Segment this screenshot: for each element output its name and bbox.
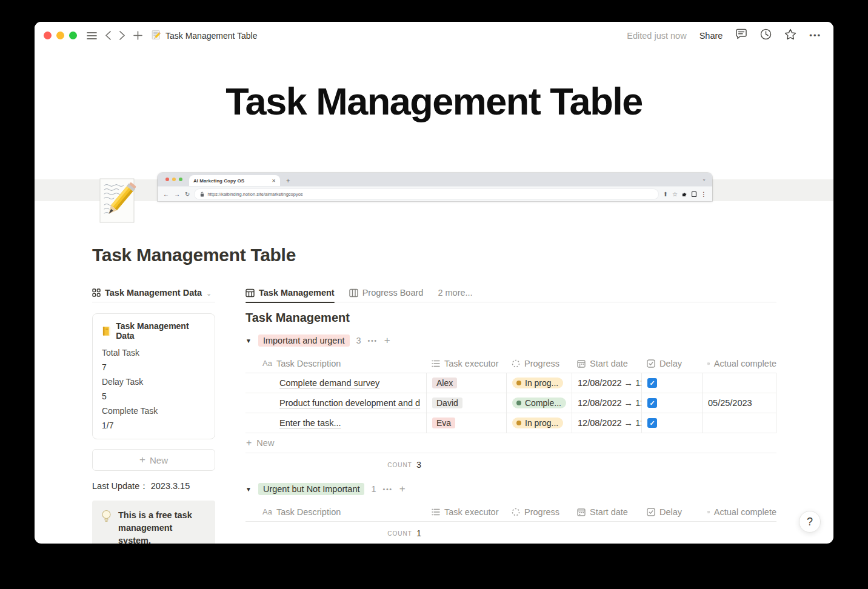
column-task-description[interactable]: AaTask Description: [245, 502, 426, 521]
browser-back-icon: ←: [163, 191, 169, 198]
executor-tag[interactable]: Eva: [432, 418, 455, 428]
list-icon: [432, 508, 440, 516]
column-task-description[interactable]: AaTask Description: [245, 354, 426, 373]
collapse-triangle-icon[interactable]: ▼: [245, 486, 252, 493]
count-label: COUNT: [387, 462, 412, 468]
group-options-icon[interactable]: •••: [383, 485, 393, 493]
page-title-breadcrumb: Task Management Table: [165, 31, 258, 41]
last-update-label: Last Update：: [92, 481, 149, 491]
comments-icon[interactable]: [735, 28, 747, 42]
column-progress[interactable]: Progress: [506, 502, 572, 521]
minimize-window-button[interactable]: [56, 32, 64, 39]
collapse-triangle-icon[interactable]: ▼: [245, 338, 252, 344]
calendar-icon: [707, 359, 710, 368]
calendar-icon: [707, 508, 710, 516]
table-row[interactable]: Enter the task... Eva In prog... 12/08/2…: [245, 413, 776, 433]
column-actual-complete[interactable]: Actual complete: [702, 354, 776, 373]
table-row[interactable]: Complete demand survey Alex In prog... 1…: [245, 373, 776, 393]
count-row[interactable]: COUNT 3: [245, 456, 426, 473]
text-type-icon: Aa: [262, 507, 272, 516]
progress-status[interactable]: In prog...: [512, 418, 563, 428]
favorite-star-icon[interactable]: [784, 28, 796, 42]
status-dot: [516, 381, 521, 385]
tab-task-management[interactable]: Task Management: [245, 284, 335, 302]
share-button[interactable]: Share: [699, 31, 723, 41]
start-date-value[interactable]: 12/08/2022 → 12: [572, 393, 641, 413]
forward-icon[interactable]: [119, 31, 125, 40]
new-record-button[interactable]: + New: [92, 449, 215, 471]
delay-checkbox-checked[interactable]: ✓: [647, 398, 657, 408]
column-actual-complete[interactable]: Actual complete: [702, 502, 776, 521]
group-options-icon[interactable]: •••: [368, 337, 378, 344]
browser-kebab-icon: ⋮: [701, 191, 707, 198]
column-delay[interactable]: Delay: [641, 502, 702, 521]
cover-browser-mock: AI Marketing Copy OS ✕ + ⌄ ← → ↻ https:/…: [158, 173, 712, 201]
task-title: Enter the task...: [245, 413, 426, 433]
back-icon[interactable]: [105, 31, 111, 40]
group-header-important-urgent: ▼ Important and urgent 3 ••• +: [245, 334, 776, 347]
table-row[interactable]: Product function development and d David…: [245, 393, 776, 413]
delay-checkbox-checked[interactable]: ✓: [647, 418, 657, 428]
browser-traffic-lights: [165, 178, 182, 181]
table-view-icon: [245, 288, 255, 298]
actual-complete-value[interactable]: [702, 373, 776, 393]
status-dot: [516, 421, 521, 425]
group-add-icon[interactable]: +: [384, 334, 390, 347]
section-title: Task Management: [245, 311, 776, 325]
column-task-executor[interactable]: Task executor: [426, 354, 506, 373]
stats-card[interactable]: Task Management Data Total Task 7 Delay …: [92, 313, 215, 439]
group-add-icon[interactable]: +: [399, 483, 406, 495]
checkbox-icon: [647, 508, 655, 516]
help-button[interactable]: ?: [799, 511, 821, 533]
app-window: Task Management Table Edited just now Sh…: [35, 22, 833, 544]
menu-icon[interactable]: [87, 32, 97, 40]
tab-more-views[interactable]: 2 more...: [438, 284, 472, 302]
group-tag[interactable]: Urgent but Not Important: [258, 483, 365, 495]
column-start-date[interactable]: Start date: [572, 354, 641, 373]
group-tag[interactable]: Important and urgent: [258, 334, 350, 347]
lock-icon: [200, 191, 204, 197]
status-icon: [512, 359, 520, 368]
progress-status[interactable]: Comple...: [512, 398, 566, 408]
close-window-button[interactable]: [44, 32, 52, 39]
new-tab-plus-icon: +: [286, 177, 290, 186]
memo-icon: [151, 30, 161, 42]
column-start-date[interactable]: Start date: [572, 502, 641, 521]
history-icon[interactable]: [760, 28, 772, 42]
count-value: 3: [416, 460, 421, 470]
stats-card-title: Task Management Data: [116, 321, 205, 341]
window-controls: [44, 32, 77, 39]
callout-text: This is a free task management system.: [118, 509, 194, 544]
tab-progress-board[interactable]: Progress Board: [349, 284, 424, 302]
actual-complete-value[interactable]: [702, 413, 776, 433]
executor-tag[interactable]: David: [432, 398, 462, 408]
view-tabs: Task Management Progress Board 2 more...: [245, 284, 776, 302]
zoom-window-button[interactable]: [69, 32, 77, 39]
group-header-urgent-not-important: ▼ Urgent but Not Important 1 ••• +: [245, 483, 776, 495]
count-row[interactable]: COUNT 1: [245, 525, 426, 542]
column-delay[interactable]: Delay: [641, 354, 702, 373]
grid-icon: [92, 288, 101, 297]
breadcrumb[interactable]: Task Management Table: [151, 30, 258, 42]
edited-status: Edited just now: [627, 31, 686, 41]
board-view-icon: [349, 288, 358, 298]
browser-forward-icon: →: [174, 191, 180, 198]
page-icon-memo[interactable]: [97, 177, 138, 224]
new-row-button[interactable]: + New: [245, 433, 776, 453]
executor-tag[interactable]: Alex: [432, 378, 457, 388]
data-source-select[interactable]: Task Management Data ⌄: [92, 284, 215, 302]
bulb-icon: [101, 509, 112, 524]
more-options-icon[interactable]: •••: [809, 31, 821, 40]
new-tab-icon[interactable]: [133, 31, 142, 40]
progress-status[interactable]: In prog...: [512, 378, 563, 388]
delay-checkbox-checked[interactable]: ✓: [647, 378, 657, 388]
stat-label: Total Task: [102, 345, 205, 360]
column-task-executor[interactable]: Task executor: [426, 502, 506, 521]
last-update: Last Update： 2023.3.15: [92, 481, 215, 492]
column-progress[interactable]: Progress: [506, 354, 572, 373]
text-type-icon: Aa: [262, 359, 272, 368]
start-date-value[interactable]: 12/08/2022 → 12: [572, 413, 641, 433]
last-update-value: 2023.3.15: [151, 481, 190, 491]
start-date-value[interactable]: 12/08/2022 → 12: [572, 373, 641, 393]
actual-complete-value[interactable]: 05/25/2023: [702, 393, 776, 413]
